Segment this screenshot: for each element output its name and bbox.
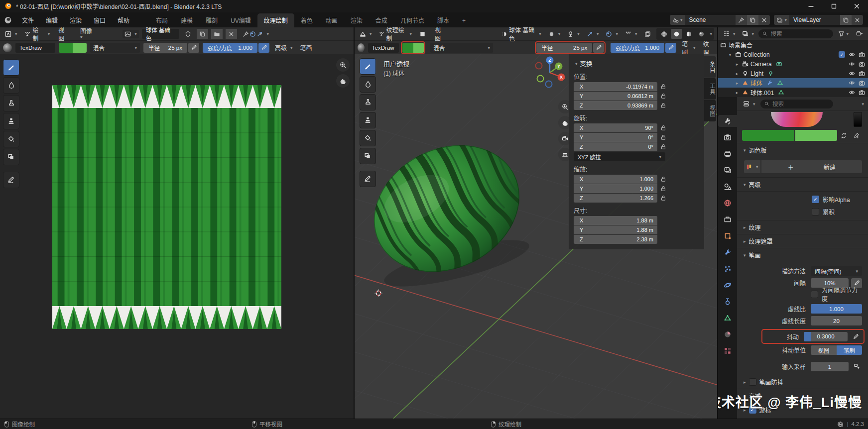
- close-button[interactable]: [845, 0, 868, 12]
- toggle-camera-icon[interactable]: [859, 51, 865, 58]
- spacing-slider[interactable]: 10%: [811, 278, 849, 288]
- image-name-field[interactable]: 球体 基础色: [142, 29, 180, 39]
- image-copy-button[interactable]: [197, 29, 208, 39]
- rotation-mode-dropdown[interactable]: XYZ 欧拉▾: [574, 152, 665, 161]
- strength-pressure-icon[interactable]: [258, 43, 269, 53]
- viewport-tool-mask-button[interactable]: [360, 148, 376, 164]
- workspace-tab-7[interactable]: 渲染: [344, 13, 369, 27]
- palette-new-button[interactable]: ＋新建: [761, 160, 862, 173]
- menu-item-1[interactable]: 编辑: [40, 12, 64, 27]
- workspace-tab-3[interactable]: UV编辑: [224, 13, 257, 27]
- pan-hand-icon[interactable]: [336, 74, 350, 88]
- properties-tab-constraints[interactable]: [718, 296, 737, 308]
- xray-toggle[interactable]: ▾: [623, 30, 639, 38]
- image-editor-tool-annotate-button[interactable]: [3, 172, 19, 188]
- properties-tab-scene[interactable]: [718, 181, 737, 193]
- section-stabilize-stroke[interactable]: ▸笔画防抖: [737, 375, 868, 389]
- shading-rendered-button[interactable]: [696, 29, 707, 39]
- brush-color-swatches[interactable]: [402, 43, 424, 53]
- chevron-down-icon[interactable]: ▾: [727, 52, 733, 57]
- toggle-camera-icon[interactable]: [859, 70, 865, 77]
- stroke-method-dropdown[interactable]: 间隔(空间)▾: [811, 266, 862, 276]
- transform-location-z-field[interactable]: Z0.93869 m: [574, 101, 657, 110]
- zoom-icon[interactable]: [336, 58, 350, 72]
- transform-rotation-z-field[interactable]: Z0°: [574, 142, 657, 151]
- brush-color-swatches[interactable]: [59, 43, 87, 53]
- viewlayer-copy-button[interactable]: [840, 15, 852, 25]
- watermelon-model[interactable]: [357, 126, 536, 291]
- toggle-eye-icon[interactable]: [849, 61, 855, 67]
- menu-item-2[interactable]: 渲染: [64, 12, 88, 27]
- sidebar-tab-1[interactable]: 工具: [704, 78, 716, 100]
- menu-view[interactable]: 视图: [55, 27, 74, 43]
- maximize-button[interactable]: [822, 0, 845, 12]
- editor-type-button[interactable]: ▾: [3, 30, 19, 38]
- chevron-right-icon[interactable]: ▸: [734, 81, 740, 86]
- properties-tab-output[interactable]: [718, 148, 737, 160]
- color-wheel[interactable]: [771, 112, 823, 127]
- value-slider[interactable]: [854, 112, 862, 127]
- secondary-color-swatch[interactable]: [413, 43, 424, 53]
- viewport-tool-clone-button[interactable]: [360, 112, 376, 128]
- texture-slot-dropdown[interactable]: 球体 基础色▾: [499, 27, 543, 43]
- secondary-color-swatch[interactable]: [795, 130, 837, 141]
- primary-color-swatch[interactable]: [402, 43, 413, 53]
- brush-asset-dropdown[interactable]: ▾: [546, 30, 563, 38]
- accumulate-checkbox[interactable]: [812, 208, 819, 215]
- workspace-tab-10[interactable]: 脚本: [431, 13, 456, 27]
- outliner-row-4[interactable]: ▸球体: [718, 78, 868, 88]
- toggle-eye-icon[interactable]: [849, 70, 855, 77]
- advanced-popover[interactable]: 高级▾: [273, 42, 295, 53]
- workspace-tab-6[interactable]: 动画: [319, 13, 344, 27]
- radius-pressure-icon[interactable]: [593, 43, 604, 53]
- image-editor-tool-fill-button[interactable]: [3, 131, 19, 147]
- lock-icon[interactable]: [660, 125, 666, 131]
- workspace-tab-8[interactable]: 合成: [369, 13, 394, 27]
- properties-tab-texture[interactable]: [718, 345, 737, 357]
- transform-dimensions-z-field[interactable]: Z2.38 m: [574, 235, 657, 244]
- outliner-row-2[interactable]: ▸Camera: [718, 59, 868, 69]
- image-open-button[interactable]: [211, 29, 223, 39]
- transform-rotation-x-field[interactable]: X90°: [574, 123, 657, 132]
- scene-name[interactable]: Scene: [685, 16, 736, 23]
- scene-browse-button[interactable]: ▾: [670, 15, 685, 25]
- transform-location-x-field[interactable]: X-0.11974 m: [574, 82, 657, 91]
- chevron-right-icon[interactable]: ▸: [734, 90, 740, 95]
- strength-slider[interactable]: 强度/力度1.000: [611, 43, 664, 53]
- editor-type-button[interactable]: ▾: [358, 30, 374, 38]
- secondary-color-swatch[interactable]: [73, 43, 87, 53]
- new-collection-icon[interactable]: [854, 29, 865, 39]
- lock-icon[interactable]: [660, 93, 666, 99]
- sidebar-tab-0[interactable]: 条目: [704, 56, 716, 78]
- menu-item-3[interactable]: 窗口: [88, 12, 112, 27]
- section-texture-mask[interactable]: ▸纹理遮罩: [737, 234, 868, 248]
- section-palette[interactable]: ▾调色板: [737, 143, 868, 157]
- workspace-tab-2[interactable]: 雕刻: [199, 13, 224, 27]
- pin-icon[interactable]: [736, 15, 747, 25]
- lock-icon[interactable]: [660, 144, 666, 150]
- primary-color-swatch[interactable]: [59, 43, 73, 53]
- chevron-right-icon[interactable]: ▸: [734, 62, 740, 67]
- properties-search[interactable]: [760, 100, 833, 108]
- navigation-gizmo[interactable]: Z Y X: [534, 55, 568, 89]
- watermelon-texture-image[interactable]: [52, 85, 281, 330]
- properties-tab-view-layer[interactable]: [718, 164, 737, 176]
- section-texture[interactable]: ▸纹理: [737, 220, 868, 234]
- image-editor-tool-smear-button[interactable]: [3, 95, 19, 111]
- shading-material-button[interactable]: [683, 29, 695, 39]
- properties-tab-physics[interactable]: [718, 279, 737, 291]
- filter-icon[interactable]: ▾: [836, 29, 851, 39]
- dash-length-field[interactable]: 20: [811, 316, 862, 325]
- menu-item-0[interactable]: 文件: [16, 12, 40, 27]
- section-stroke[interactable]: ▾笔画: [737, 248, 868, 262]
- paint-mask-icon[interactable]: [417, 29, 428, 39]
- stroke-popover[interactable]: 笔画: [298, 42, 314, 53]
- lock-icon[interactable]: [660, 103, 666, 108]
- jitter-unit-view-button[interactable]: 视图: [811, 345, 837, 355]
- outliner-search-input[interactable]: [770, 30, 830, 37]
- sample-color-icon[interactable]: [851, 130, 862, 140]
- workspace-tab-add[interactable]: +: [456, 15, 472, 27]
- properties-tab-particles[interactable]: [718, 263, 737, 275]
- image-editor-tool-soften-button[interactable]: [3, 77, 19, 94]
- jitter-pressure-icon[interactable]: [850, 331, 861, 341]
